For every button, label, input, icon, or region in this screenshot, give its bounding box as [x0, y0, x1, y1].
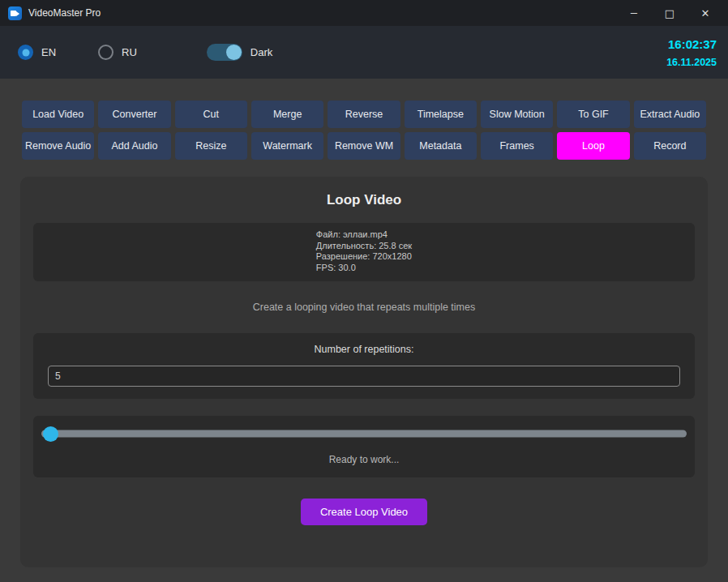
app-window: VideoMaster Pro ─ □ ✕ EN RU Dark 16:02:3…	[0, 0, 728, 582]
progress-section: Ready to work...	[33, 416, 695, 477]
toggle-knob	[226, 45, 242, 60]
clock: 16:02:37 16.11.2025	[666, 37, 717, 68]
minimize-button[interactable]: ─	[616, 1, 652, 25]
progress-handle-icon	[43, 426, 58, 442]
tab-frames[interactable]: Frames	[481, 132, 553, 160]
file-info-resolution: Разрешение: 720x1280	[316, 251, 412, 263]
header-bar: EN RU Dark 16:02:37 16.11.2025	[0, 26, 728, 79]
tab-reverse[interactable]: Reverse	[328, 101, 400, 128]
tab-merge[interactable]: Merge	[251, 101, 323, 128]
tab-load-video[interactable]: Load Video	[22, 101, 94, 128]
tab-resize[interactable]: Resize	[175, 132, 247, 160]
progress-track	[41, 430, 687, 438]
file-info-duration: Длительность: 25.8 сек	[316, 241, 412, 252]
close-button[interactable]: ✕	[687, 1, 723, 25]
panel-description: Create a looping video that repeats mult…	[20, 302, 708, 313]
tab-to-gif[interactable]: To GIF	[557, 101, 629, 128]
toolbar: Load Video Converter Cut Merge Reverse T…	[22, 101, 706, 160]
repetitions-section: Number of repetitions:	[33, 333, 695, 399]
create-loop-video-button[interactable]: Create Loop Video	[301, 499, 427, 525]
radio-unselected-icon	[98, 45, 113, 60]
tab-converter[interactable]: Converter	[98, 101, 170, 128]
toggle-switch-icon	[207, 44, 242, 61]
progress-bar	[41, 426, 687, 442]
status-text: Ready to work...	[41, 454, 687, 465]
main-area: Load Video Converter Cut Merge Reverse T…	[0, 79, 728, 582]
window-title: VideoMaster Pro	[28, 7, 101, 19]
lang-ru-radio[interactable]: RU	[98, 45, 137, 60]
clock-date: 16.11.2025	[666, 57, 717, 68]
lang-ru-label: RU	[122, 46, 137, 58]
file-info-fps: FPS: 30.0	[316, 263, 412, 274]
tab-timelapse[interactable]: Timelapse	[405, 101, 477, 128]
repetitions-label: Number of repetitions:	[48, 344, 680, 355]
lang-en-label: EN	[41, 46, 56, 58]
tab-extract-audio[interactable]: Extract Audio	[634, 101, 706, 128]
tab-metadata[interactable]: Metadata	[405, 132, 477, 160]
tab-remove-wm[interactable]: Remove WM	[328, 132, 400, 160]
tab-remove-audio[interactable]: Remove Audio	[22, 132, 94, 160]
tab-record[interactable]: Record	[634, 132, 706, 160]
app-logo-icon	[8, 6, 22, 20]
titlebar: VideoMaster Pro ─ □ ✕	[0, 0, 728, 26]
clock-time: 16:02:37	[668, 37, 717, 51]
file-info-box: Файл: эллаи.mp4 Длительность: 25.8 сек Р…	[33, 223, 695, 281]
tab-slow-motion[interactable]: Slow Motion	[481, 101, 553, 128]
dark-mode-label: Dark	[251, 46, 272, 58]
file-info-lines: Файл: эллаи.mp4 Длительность: 25.8 сек Р…	[316, 229, 412, 273]
tab-loop[interactable]: Loop	[557, 132, 629, 160]
dark-mode-toggle[interactable]: Dark	[207, 44, 272, 61]
tab-cut[interactable]: Cut	[175, 101, 247, 128]
tab-watermark[interactable]: Watermark	[251, 132, 323, 160]
lang-en-radio[interactable]: EN	[18, 45, 56, 60]
language-radio-group: EN RU	[18, 45, 137, 60]
loop-panel: Loop Video Файл: эллаи.mp4 Длительность:…	[20, 177, 708, 567]
maximize-button[interactable]: □	[652, 1, 687, 25]
repetitions-input[interactable]	[48, 366, 680, 387]
radio-selected-icon	[18, 45, 33, 60]
panel-title: Loop Video	[20, 192, 708, 208]
file-info-name: Файл: эллаи.mp4	[316, 229, 412, 241]
tab-add-audio[interactable]: Add Audio	[98, 132, 170, 160]
